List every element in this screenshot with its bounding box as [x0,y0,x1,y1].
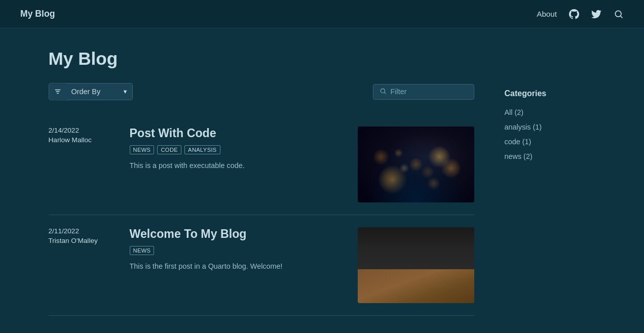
filter-search-icon [380,88,387,96]
post-thumbnail[interactable] [358,127,474,202]
filter-input[interactable] [391,88,468,96]
post-description: This is a post with executable code. [130,160,348,172]
post-tags: NEWS [130,246,348,255]
tag-news[interactable]: NEWS [130,246,155,255]
post-item: 2/14/2022 Harlow Malloc Post With Code N… [49,114,474,215]
tag-news[interactable]: NEWS [130,145,155,154]
page-title: My Blog [49,49,474,69]
about-link[interactable]: About [537,10,557,18]
post-title[interactable]: Post With Code [130,127,348,140]
post-author: Tristan O'Malley [49,237,120,244]
categories-title: Categories [505,89,596,98]
post-date: 2/11/2022 [49,227,120,235]
post-description: This is the first post in a Quarto blog.… [130,261,348,272]
main-content: My Blog Order By Date - Newest Dat [49,49,474,316]
order-by-select-wrapper: Order By Date - Newest Date - Oldest Tit… [66,84,132,100]
svg-point-5 [381,89,385,93]
post-meta: 2/14/2022 Harlow Malloc [49,127,120,202]
tag-code[interactable]: CODE [157,145,181,154]
post-tags: NEWS CODE ANALYSIS [130,145,348,154]
page-container: My Blog Order By Date - Newest Dat [18,28,626,333]
post-title[interactable]: Welcome To My Blog [130,227,348,241]
earth-image [358,127,474,202]
nav-brand[interactable]: My Blog [20,9,55,19]
controls-row: Order By Date - Newest Date - Oldest Tit… [49,83,474,100]
tag-analysis[interactable]: ANALYSIS [184,145,220,154]
category-item-news[interactable]: news (2) [505,149,596,164]
post-item: 2/11/2022 Tristan O'Malley Welcome To My… [49,215,474,316]
order-by-container: Order By Date - Newest Date - Oldest Tit… [49,83,133,100]
svg-line-1 [621,16,623,18]
post-date: 2/14/2022 [49,127,120,134]
order-by-icon-button[interactable] [49,84,66,99]
post-thumbnail[interactable] [358,227,474,303]
twitter-icon[interactable] [591,9,601,19]
filter-container [373,84,474,100]
nav-search-icon[interactable] [614,9,624,19]
post-author: Harlow Malloc [49,136,120,144]
svg-point-0 [615,11,621,17]
category-item-all[interactable]: All (2) [505,105,596,120]
navbar: My Blog About [0,0,644,28]
svg-line-6 [384,92,386,94]
category-item-analysis[interactable]: analysis (1) [505,120,596,135]
github-icon[interactable] [569,9,579,19]
post-body: Welcome To My Blog NEWS This is the firs… [130,227,348,303]
sidebar: Categories All (2) analysis (1) code (1)… [505,49,596,316]
post-body: Post With Code NEWS CODE ANALYSIS This i… [130,127,348,202]
nav-right: About [537,9,624,19]
desk-image [358,227,474,303]
category-item-code[interactable]: code (1) [505,135,596,149]
post-meta: 2/11/2022 Tristan O'Malley [49,227,120,303]
order-by-select[interactable]: Order By Date - Newest Date - Oldest Tit… [66,84,132,100]
